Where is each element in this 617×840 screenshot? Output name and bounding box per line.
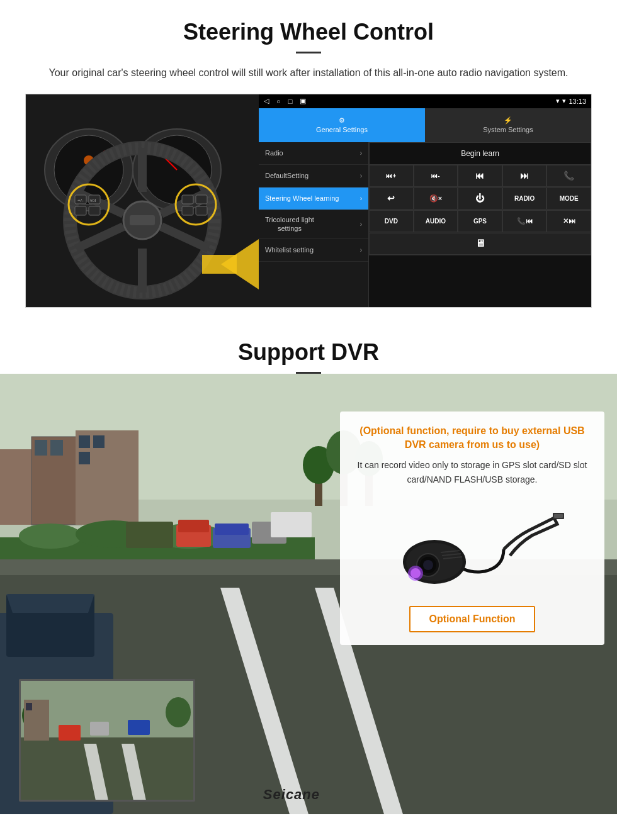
svg-rect-24 [89, 206, 100, 215]
menu-item-defaultsetting[interactable]: DefaultSetting › [259, 165, 368, 188]
ui-screenshot-container: +/- vol ◁ ○ [25, 94, 592, 308]
btn-power[interactable]: ⏻ [458, 188, 502, 210]
btn-dvd[interactable]: DVD [369, 210, 414, 232]
button-row-2: ↩ 🔇× ⏻ RADIO MODE [369, 188, 591, 210]
optional-function-button[interactable]: Optional Function [409, 606, 536, 632]
btn-audio[interactable]: AUDIO [414, 210, 458, 232]
section2-title: Support DVR [0, 339, 617, 366]
section1-title: Steering Wheel Control [25, 19, 592, 45]
top-tabs: ⚙ General Settings ⚡ System Settings [259, 108, 591, 142]
tab-system-label: System Settings [483, 126, 533, 133]
svg-rect-37 [50, 440, 63, 456]
svg-point-73 [423, 560, 433, 570]
button-row-4: 🖥 [369, 233, 591, 255]
chevron-right-icon-5: › [360, 247, 362, 254]
svg-rect-62 [271, 512, 312, 537]
status-bar: ◁ ○ □ ▣ ▾ ▾ 13:13 [259, 94, 591, 108]
btn-phone-prev[interactable]: 📞⏮ [502, 210, 547, 232]
svg-point-78 [410, 568, 421, 578]
nav-home: ○ [276, 98, 281, 105]
chevron-right-icon-4: › [360, 220, 362, 228]
left-menu: Radio › DefaultSetting › Steering Wheel … [259, 142, 369, 307]
btn-gps[interactable]: GPS [458, 210, 502, 232]
tab-general-label: General Settings [316, 126, 368, 133]
chevron-right-icon-3: › [360, 195, 362, 202]
menu-item-radio[interactable]: Radio › [259, 142, 368, 165]
dvr-camera-svg [378, 499, 567, 593]
menu-buttons-area: Radio › DefaultSetting › Steering Wheel … [259, 142, 591, 307]
btn-vol-down[interactable]: ⏮- [414, 165, 458, 187]
nav-menu: ▣ [300, 97, 306, 105]
btn-back[interactable]: ↩ [369, 188, 414, 210]
svg-rect-63 [126, 522, 173, 548]
svg-rect-29 [196, 206, 207, 215]
svg-rect-81 [21, 737, 195, 802]
svg-marker-66 [6, 594, 94, 613]
begin-learn-row: Begin learn [369, 142, 591, 165]
gear-icon: ⚙ [339, 116, 345, 125]
btn-phone[interactable]: 📞 [546, 165, 591, 187]
steering-wheel-photo: +/- vol [26, 94, 259, 308]
right-button-panel: Begin learn ⏮+ ⏮- ⏮ ⏭ 📞 ↩ 🔇× ⏻ [369, 142, 591, 307]
tab-system[interactable]: ⚡ System Settings [425, 108, 591, 142]
svg-rect-23 [75, 206, 86, 215]
svg-rect-28 [182, 206, 193, 215]
svg-rect-39 [79, 435, 90, 448]
btn-next-track[interactable]: ⏭ [502, 165, 547, 187]
svg-rect-26 [182, 195, 193, 204]
btn-vol-up[interactable]: ⏮+ [369, 165, 414, 187]
dvr-optional-title: (Optional function, require to buy exter… [353, 424, 592, 452]
svg-rect-68 [554, 514, 563, 518]
begin-learn-button[interactable]: Begin learn [369, 142, 591, 165]
svg-rect-41 [79, 452, 90, 464]
nav-square: □ [288, 98, 293, 105]
svg-rect-31 [202, 255, 237, 274]
svg-rect-85 [90, 722, 109, 736]
section1-divider [296, 52, 321, 53]
section1: Steering Wheel Control Your original car… [0, 0, 617, 320]
wifi-icon: ▾ [562, 97, 566, 105]
svg-rect-27 [196, 195, 207, 204]
btn-prev-track[interactable]: ⏮ [458, 165, 502, 187]
btn-screen[interactable]: 🖥 [369, 233, 591, 255]
section2: Support DVR [0, 320, 617, 814]
btn-mode[interactable]: MODE [546, 188, 591, 210]
svg-rect-36 [35, 440, 47, 456]
svg-rect-90 [26, 703, 32, 710]
clock: 13:13 [569, 98, 586, 105]
svg-rect-40 [93, 435, 105, 448]
signal-icon: ▾ [556, 97, 560, 105]
section1-subtitle: Your original car's steering wheel contr… [38, 65, 579, 81]
svg-rect-84 [59, 725, 81, 741]
svg-point-49 [19, 524, 82, 549]
preview-svg [21, 681, 195, 802]
dvr-description: It can record video only to storage in G… [353, 458, 592, 486]
menu-item-whitelist[interactable]: Whitelist setting › [259, 239, 368, 262]
button-row-1: ⏮+ ⏮- ⏮ ⏭ 📞 [369, 165, 591, 188]
system-icon: ⚡ [504, 116, 512, 125]
dvr-info-box: (Optional function, require to buy exter… [340, 412, 604, 646]
nav-back: ◁ [264, 97, 269, 105]
svg-rect-86 [128, 720, 150, 735]
chevron-right-icon: › [360, 150, 362, 157]
dvr-product-image [353, 496, 592, 596]
steering-wheel-svg: +/- vol [26, 94, 259, 308]
svg-point-88 [166, 697, 191, 727]
chevron-right-icon-2: › [360, 172, 362, 179]
svg-rect-60 [215, 524, 249, 535]
menu-item-tricoloured[interactable]: Tricoloured lightsettings › [259, 210, 368, 239]
seicane-brand: Seicane [263, 787, 320, 803]
dvr-small-preview [19, 679, 195, 802]
svg-rect-58 [178, 520, 209, 532]
android-ui: ◁ ○ □ ▣ ▾ ▾ 13:13 ⚙ General Settings ⚡ S… [259, 94, 591, 307]
btn-x-next[interactable]: ✕⏭ [546, 210, 591, 232]
menu-item-steering[interactable]: Steering Wheel learning › [259, 188, 368, 210]
dvr-image-area: (Optional function, require to buy exter… [0, 374, 617, 814]
tab-general[interactable]: ⚙ General Settings [259, 108, 425, 142]
svg-rect-17 [130, 215, 155, 225]
btn-mute[interactable]: 🔇× [414, 188, 458, 210]
svg-text:vol: vol [90, 198, 96, 203]
button-row-3: DVD AUDIO GPS 📞⏮ ✕⏭ [369, 210, 591, 233]
btn-radio[interactable]: RADIO [502, 188, 547, 210]
dvr-background: (Optional function, require to buy exter… [0, 374, 617, 814]
